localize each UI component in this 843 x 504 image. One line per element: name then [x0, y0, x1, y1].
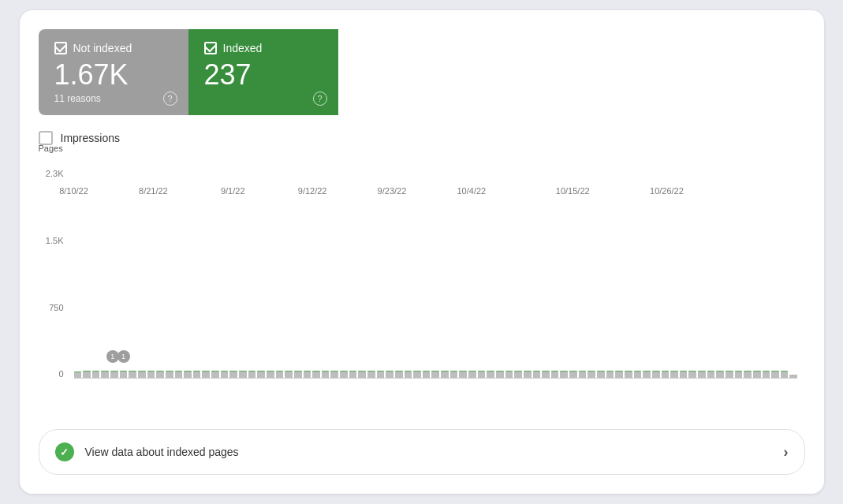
bar-group: [688, 169, 696, 378]
bar-gray: [698, 371, 706, 378]
bar-gray: [478, 371, 486, 378]
bar-group: [367, 169, 375, 378]
bar-gray: [367, 371, 375, 378]
not-indexed-sub: 11 reasons: [54, 93, 173, 104]
bar-group: [634, 169, 642, 378]
bar-group: [248, 169, 256, 378]
bar-gray: [606, 371, 614, 378]
bar-group: [229, 169, 237, 378]
bar-gray: [377, 371, 385, 378]
bar-group: [138, 169, 146, 378]
bar-group: [587, 169, 595, 378]
bar-gray: [312, 371, 320, 378]
bar-gray: [285, 371, 293, 378]
bar-gray: [129, 371, 136, 378]
bar-group: [101, 169, 109, 378]
bar-gray: [625, 371, 632, 378]
bar-group: [597, 169, 605, 378]
bar-group: [505, 169, 513, 378]
cta-check-icon: [55, 442, 74, 461]
bar-group: [542, 169, 550, 378]
bar-gray: [716, 371, 724, 378]
bar-gray: [707, 371, 715, 378]
bar-group: [652, 169, 660, 378]
bars-container: [74, 169, 797, 379]
bar-group: [257, 169, 265, 378]
bar-group: [450, 169, 458, 378]
not-indexed-checkbox[interactable]: [54, 42, 67, 54]
bar-gray: [120, 371, 128, 378]
bar-group: [285, 169, 293, 378]
bar-gray: [579, 371, 587, 378]
bar-group: [698, 169, 706, 378]
bar-group: [771, 169, 779, 378]
bar-gray: [239, 371, 247, 378]
indexed-help-icon[interactable]: ?: [313, 91, 327, 106]
bar-group: [744, 169, 752, 378]
bar-gray: [459, 371, 467, 378]
bar-gray: [349, 371, 357, 378]
bar-gray: [533, 371, 541, 378]
impressions-label: Impressions: [61, 132, 120, 144]
not-indexed-label: Not indexed: [54, 42, 173, 54]
bar-group: [166, 169, 173, 378]
main-card: Not indexed 1.67K 11 reasons ? Indexed 2…: [20, 10, 824, 495]
bar-group: [386, 169, 394, 378]
bar-gray: [276, 371, 284, 378]
bar-group: [340, 169, 348, 378]
bar-gray: [587, 371, 595, 378]
bar-gray: [413, 371, 421, 378]
bar-gray: [680, 371, 688, 378]
bar-gray: [166, 371, 173, 378]
not-indexed-value: 1.67K: [54, 59, 173, 91]
bar-gray: [652, 371, 660, 378]
bar-gray: [505, 371, 513, 378]
bar-gray: [789, 375, 797, 378]
x-label: 10/15/22: [556, 186, 590, 196]
bar-gray: [83, 371, 91, 378]
bar-gray: [423, 371, 431, 378]
bar-group: [184, 169, 192, 378]
indexed-label: Indexed: [204, 42, 323, 54]
bar-gray: [597, 371, 605, 378]
bar-group: [211, 169, 219, 378]
bar-gray: [358, 371, 366, 378]
bar-group: [753, 169, 761, 378]
bar-group: [221, 169, 229, 378]
bar-gray: [514, 371, 522, 378]
bar-gray: [110, 371, 118, 378]
cta-row[interactable]: View data about indexed pages ›: [39, 429, 805, 475]
bar-gray: [267, 371, 274, 378]
bar-group: [92, 169, 100, 378]
bar-gray: [330, 371, 338, 378]
x-label: 8/21/22: [139, 186, 168, 196]
indexed-checkbox[interactable]: [204, 42, 217, 54]
bar-group: [625, 169, 632, 378]
bar-gray: [175, 371, 183, 378]
bar-group: [304, 169, 311, 378]
bar-group: [129, 169, 136, 378]
bar-group: [147, 169, 155, 378]
bar-group: [441, 169, 449, 378]
bar-gray: [643, 371, 651, 378]
bar-gray: [395, 371, 403, 378]
cta-chevron-icon: ›: [784, 444, 789, 461]
y-label-0: 0: [39, 369, 70, 379]
bar-group: [413, 169, 421, 378]
indexed-box: Indexed 237 ?: [188, 29, 338, 116]
bar-gray: [781, 371, 789, 378]
bar-group: [193, 169, 201, 378]
bar-group: [615, 169, 623, 378]
x-label: 8/10/22: [59, 186, 88, 196]
bar-gray: [441, 371, 449, 378]
impressions-row: Impressions: [39, 131, 805, 145]
bar-gray: [662, 371, 670, 378]
bar-gray: [138, 371, 146, 378]
not-indexed-help-icon[interactable]: ?: [163, 91, 177, 106]
bar-group: [175, 169, 183, 378]
bar-gray: [229, 371, 237, 378]
annotation-badge[interactable]: 1: [117, 350, 130, 363]
bar-group: [267, 169, 274, 378]
bar-group: [726, 169, 733, 378]
bar-gray: [688, 371, 696, 378]
